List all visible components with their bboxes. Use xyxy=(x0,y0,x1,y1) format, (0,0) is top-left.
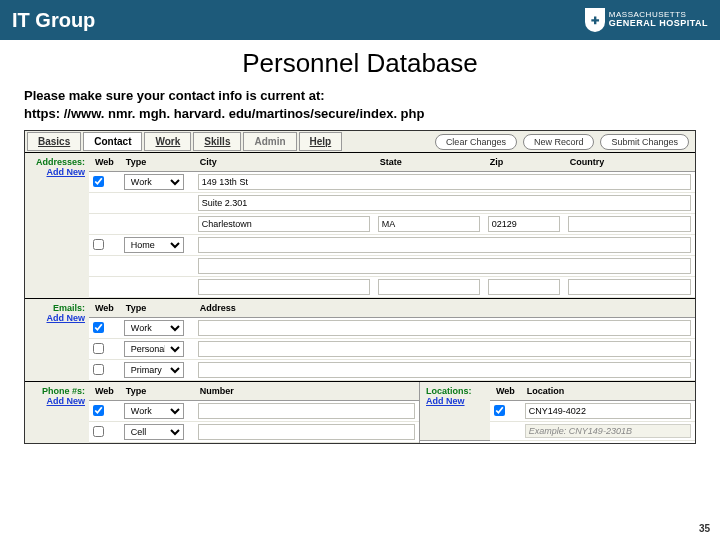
tab-help[interactable]: Help xyxy=(299,132,343,151)
loc-col-web: Web xyxy=(490,382,521,401)
email2-address-field[interactable] xyxy=(198,362,691,378)
loc0-location-field[interactable] xyxy=(525,403,691,419)
submit-changes-button[interactable]: Submit Changes xyxy=(600,134,689,150)
addresses-label: Addresses: xyxy=(29,157,85,167)
address-row xyxy=(89,214,695,235)
phone1-type-select[interactable]: Cell xyxy=(124,424,184,440)
org-line2: GENERAL HOSPITAL xyxy=(609,19,708,29)
location-example-text: Example: CNY149-2301B xyxy=(525,424,691,438)
tab-skills[interactable]: Skills xyxy=(193,132,241,151)
addr-col-country: Country xyxy=(564,153,695,172)
phone0-type-select[interactable]: Work xyxy=(124,403,184,419)
brand-label: IT Group xyxy=(12,9,95,32)
addr1-street2-field[interactable] xyxy=(198,258,691,274)
addr0-type-select[interactable]: Work xyxy=(124,174,184,190)
addr1-web-checkbox[interactable] xyxy=(93,239,104,250)
locations-label: Locations: xyxy=(426,386,484,396)
page-title: Personnel Database xyxy=(24,48,696,79)
emails-label: Emails: xyxy=(29,303,85,313)
email-col-address: Address xyxy=(194,299,695,318)
addr-col-state: State xyxy=(374,153,484,172)
org-logo: ✚ MASSACHUSETTS GENERAL HOSPITAL xyxy=(585,8,708,32)
email0-address-field[interactable] xyxy=(198,320,691,336)
address-row xyxy=(89,193,695,214)
addr1-country-field[interactable] xyxy=(568,279,691,295)
tab-contact[interactable]: Contact xyxy=(83,132,142,151)
phone-col-type: Type xyxy=(120,382,194,401)
addr0-city-field[interactable] xyxy=(198,216,370,232)
email1-web-checkbox[interactable] xyxy=(93,343,104,354)
addr-col-type: Type xyxy=(120,153,194,172)
email1-type-select[interactable]: Personal xyxy=(124,341,184,357)
email2-web-checkbox[interactable] xyxy=(93,364,104,375)
phone-row: Work xyxy=(89,401,419,422)
addr0-street2-field[interactable] xyxy=(198,195,691,211)
addr-col-web: Web xyxy=(89,153,120,172)
clear-changes-button[interactable]: Clear Changes xyxy=(435,134,517,150)
email1-address-field[interactable] xyxy=(198,341,691,357)
phone1-web-checkbox[interactable] xyxy=(93,426,104,437)
phone-col-number: Number xyxy=(194,382,419,401)
email-row: Work xyxy=(89,318,695,339)
addresses-add-new[interactable]: Add New xyxy=(29,167,85,177)
email0-type-select[interactable]: Work xyxy=(124,320,184,336)
email-row: Primary xyxy=(89,360,695,381)
addr1-state-field[interactable] xyxy=(378,279,480,295)
addr0-zip-field[interactable] xyxy=(488,216,560,232)
address-row: Work xyxy=(89,172,695,193)
phone-row: Cell xyxy=(89,422,419,443)
database-panel: Basics Contact Work Skills Admin Help Cl… xyxy=(24,130,696,444)
phones-add-new[interactable]: Add New xyxy=(29,396,85,406)
address-row xyxy=(89,277,695,298)
loc0-web-checkbox[interactable] xyxy=(494,405,505,416)
tab-basics[interactable]: Basics xyxy=(27,132,81,151)
email2-type-select[interactable]: Primary xyxy=(124,362,184,378)
page-number: 35 xyxy=(699,523,710,534)
addr0-state-field[interactable] xyxy=(378,216,480,232)
locations-add-new[interactable]: Add New xyxy=(426,396,484,406)
address-row: Home xyxy=(89,235,695,256)
shield-icon: ✚ xyxy=(585,8,605,32)
emails-add-new[interactable]: Add New xyxy=(29,313,85,323)
phone0-number-field[interactable] xyxy=(198,403,415,419)
instruction-text: Please make sure your contact info is cu… xyxy=(24,87,696,122)
addr1-type-select[interactable]: Home xyxy=(124,237,184,253)
instruction-line1: Please make sure your contact info is cu… xyxy=(24,88,325,103)
loc-col-location: Location xyxy=(521,382,695,401)
phones-label: Phone #s: xyxy=(29,386,85,396)
addr-col-city: City xyxy=(194,153,374,172)
phone-col-web: Web xyxy=(89,382,120,401)
phone1-number-field[interactable] xyxy=(198,424,415,440)
address-row xyxy=(89,256,695,277)
email-row: Personal xyxy=(89,339,695,360)
instruction-line2: https: //www. nmr. mgh. harvard. edu/mar… xyxy=(24,106,424,121)
addr0-country-field[interactable] xyxy=(568,216,691,232)
email-col-web: Web xyxy=(89,299,120,318)
header-bar: IT Group ✚ MASSACHUSETTS GENERAL HOSPITA… xyxy=(0,0,720,40)
tab-admin[interactable]: Admin xyxy=(243,132,296,151)
tab-work[interactable]: Work xyxy=(144,132,191,151)
addr0-street1-field[interactable] xyxy=(198,174,691,190)
email0-web-checkbox[interactable] xyxy=(93,322,104,333)
email-col-type: Type xyxy=(120,299,194,318)
phone0-web-checkbox[interactable] xyxy=(93,405,104,416)
new-record-button[interactable]: New Record xyxy=(523,134,595,150)
addr1-city-field[interactable] xyxy=(198,279,370,295)
addr-col-zip: Zip xyxy=(484,153,564,172)
addr0-web-checkbox[interactable] xyxy=(93,176,104,187)
addr1-zip-field[interactable] xyxy=(488,279,560,295)
addr1-street1-field[interactable] xyxy=(198,237,691,253)
